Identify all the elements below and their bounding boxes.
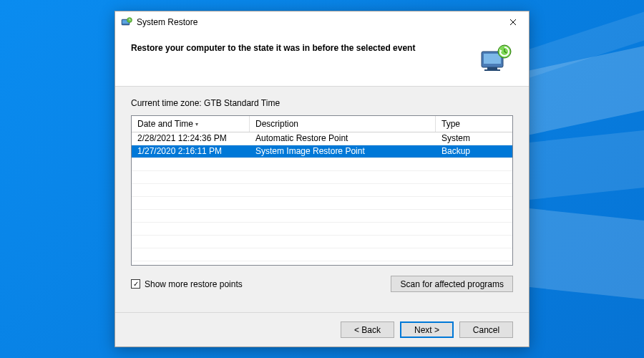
svg-rect-4 — [484, 54, 501, 64]
table-row-empty — [132, 261, 512, 266]
close-button[interactable] — [497, 11, 529, 33]
table-row-empty — [132, 248, 512, 261]
cell-type: System — [436, 132, 512, 145]
column-header-description[interactable]: Description — [250, 116, 436, 132]
system-restore-window: System Restore Restore your computer to … — [114, 11, 530, 347]
wizard-heading: Restore your computer to the state it wa… — [131, 43, 472, 53]
wizard-body: Current time zone: GTB Standard Time Dat… — [115, 87, 529, 312]
system-restore-icon — [121, 16, 132, 28]
table-row-empty — [132, 210, 512, 223]
svg-rect-5 — [487, 67, 497, 69]
cell-type: Backup — [436, 145, 512, 158]
titlebar: System Restore — [115, 11, 529, 33]
cell-description: System Image Restore Point — [250, 145, 436, 158]
back-button[interactable]: < Back — [341, 321, 394, 338]
checkbox-label: Show more restore points — [145, 279, 243, 289]
table-body: 2/28/2021 12:24:36 PMAutomatic Restore P… — [132, 132, 512, 266]
table-row-empty — [132, 184, 512, 197]
restore-hero-icon — [479, 43, 513, 73]
column-header-date-time[interactable]: Date and Time ▾ — [132, 116, 250, 132]
close-icon — [509, 19, 517, 26]
wizard-header: Restore your computer to the state it wa… — [115, 33, 529, 87]
table-row-empty — [132, 158, 512, 171]
table-row-empty — [132, 197, 512, 210]
column-label: Type — [441, 119, 460, 129]
scan-affected-button[interactable]: Scan for affected programs — [391, 276, 513, 292]
column-label: Description — [255, 119, 298, 129]
sort-descending-icon: ▾ — [195, 121, 198, 127]
table-footer-controls: ✓ Show more restore points Scan for affe… — [131, 276, 513, 292]
cell-date-time: 1/27/2020 2:16:11 PM — [132, 145, 250, 158]
next-button[interactable]: Next > — [400, 321, 454, 338]
cancel-button[interactable]: Cancel — [459, 321, 513, 338]
timezone-label: Current time zone: GTB Standard Time — [131, 98, 513, 108]
window-title: System Restore — [137, 17, 497, 27]
column-label: Date and Time — [137, 119, 193, 129]
column-header-type[interactable]: Type — [436, 116, 512, 132]
table-row[interactable]: 2/28/2021 12:24:36 PMAutomatic Restore P… — [132, 132, 512, 145]
cell-description: Automatic Restore Point — [250, 132, 436, 145]
svg-rect-6 — [484, 69, 500, 71]
table-row-empty — [132, 171, 512, 184]
table-header: Date and Time ▾ Description Type — [132, 116, 512, 132]
checkbox-icon: ✓ — [131, 279, 140, 289]
cell-date-time: 2/28/2021 12:24:36 PM — [132, 132, 250, 145]
wizard-footer: < Back Next > Cancel — [115, 312, 529, 347]
table-row-empty — [132, 236, 512, 248]
table-row-empty — [132, 223, 512, 236]
show-more-checkbox[interactable]: ✓ Show more restore points — [131, 279, 243, 289]
table-row[interactable]: 1/27/2020 2:16:11 PMSystem Image Restore… — [132, 145, 512, 158]
restore-points-table: Date and Time ▾ Description Type 2/28/20… — [131, 115, 513, 266]
